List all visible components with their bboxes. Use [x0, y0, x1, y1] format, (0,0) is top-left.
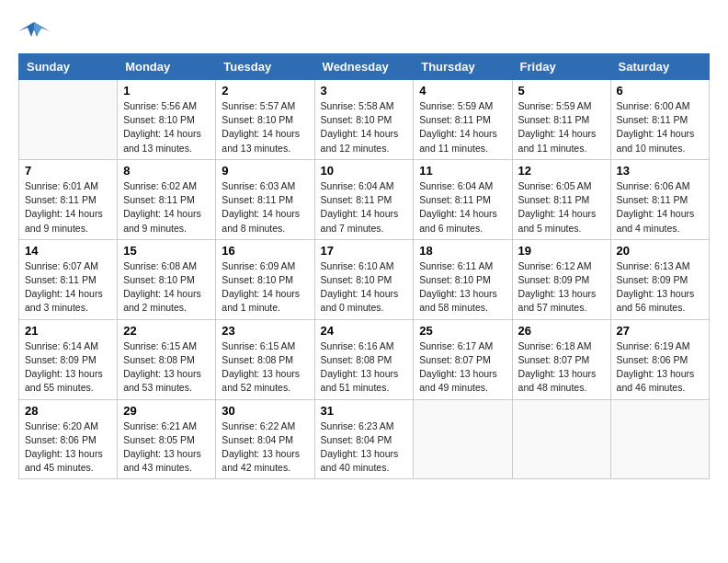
calendar-cell — [610, 399, 709, 479]
day-info: Sunrise: 6:00 AM Sunset: 8:11 PM Dayligh… — [617, 99, 703, 155]
page-header — [18, 18, 710, 44]
calendar-cell: 9Sunrise: 6:03 AM Sunset: 8:11 PM Daylig… — [216, 159, 314, 239]
day-info: Sunrise: 5:59 AM Sunset: 8:11 PM Dayligh… — [518, 99, 605, 155]
calendar-cell: 15Sunrise: 6:08 AM Sunset: 8:10 PM Dayli… — [118, 239, 216, 319]
day-number: 10 — [321, 164, 408, 178]
day-number: 17 — [321, 244, 408, 258]
calendar-cell: 27Sunrise: 6:19 AM Sunset: 8:06 PM Dayli… — [610, 319, 709, 399]
day-info: Sunrise: 5:56 AM Sunset: 8:10 PM Dayligh… — [123, 99, 210, 155]
day-number: 20 — [617, 244, 703, 258]
day-number: 5 — [518, 84, 605, 98]
calendar-cell: 17Sunrise: 6:10 AM Sunset: 8:10 PM Dayli… — [314, 239, 414, 319]
day-info: Sunrise: 6:10 AM Sunset: 8:10 PM Dayligh… — [321, 259, 408, 316]
calendar-cell: 28Sunrise: 6:20 AM Sunset: 8:06 PM Dayli… — [19, 399, 118, 479]
weekday-header-wednesday: Wednesday — [314, 54, 414, 80]
weekday-header-tuesday: Tuesday — [216, 54, 314, 80]
day-number: 8 — [123, 164, 210, 178]
calendar-cell: 21Sunrise: 6:14 AM Sunset: 8:09 PM Dayli… — [19, 319, 118, 399]
day-number: 27 — [617, 324, 703, 338]
calendar-week-2: 7Sunrise: 6:01 AM Sunset: 8:11 PM Daylig… — [19, 159, 710, 239]
day-number: 31 — [321, 404, 408, 418]
calendar-cell: 23Sunrise: 6:15 AM Sunset: 8:08 PM Dayli… — [216, 319, 314, 399]
day-info: Sunrise: 5:59 AM Sunset: 8:11 PM Dayligh… — [419, 99, 506, 155]
day-number: 30 — [222, 404, 308, 418]
day-info: Sunrise: 6:04 AM Sunset: 8:11 PM Dayligh… — [419, 179, 506, 236]
day-number: 22 — [123, 324, 210, 338]
day-info: Sunrise: 6:08 AM Sunset: 8:10 PM Dayligh… — [123, 259, 210, 316]
day-info: Sunrise: 6:20 AM Sunset: 8:06 PM Dayligh… — [25, 419, 111, 476]
day-info: Sunrise: 6:11 AM Sunset: 8:10 PM Dayligh… — [419, 259, 506, 316]
day-info: Sunrise: 6:19 AM Sunset: 8:06 PM Dayligh… — [617, 339, 703, 396]
day-number: 14 — [25, 244, 111, 258]
calendar-cell: 20Sunrise: 6:13 AM Sunset: 8:09 PM Dayli… — [610, 239, 709, 319]
day-info: Sunrise: 6:04 AM Sunset: 8:11 PM Dayligh… — [321, 179, 408, 236]
calendar-cell: 2Sunrise: 5:57 AM Sunset: 8:10 PM Daylig… — [216, 80, 314, 160]
calendar-cell — [512, 399, 610, 479]
day-number: 2 — [222, 84, 308, 98]
weekday-header-thursday: Thursday — [414, 54, 512, 80]
day-info: Sunrise: 6:23 AM Sunset: 8:04 PM Dayligh… — [321, 419, 408, 476]
weekday-header-sunday: Sunday — [19, 54, 118, 80]
day-info: Sunrise: 6:18 AM Sunset: 8:07 PM Dayligh… — [518, 339, 605, 396]
day-number: 21 — [25, 324, 111, 338]
weekday-header-friday: Friday — [512, 54, 610, 80]
calendar-week-4: 21Sunrise: 6:14 AM Sunset: 8:09 PM Dayli… — [19, 319, 710, 399]
calendar-cell: 1Sunrise: 5:56 AM Sunset: 8:10 PM Daylig… — [118, 80, 216, 160]
day-number: 24 — [321, 324, 408, 338]
calendar-cell: 14Sunrise: 6:07 AM Sunset: 8:11 PM Dayli… — [19, 239, 118, 319]
calendar-week-3: 14Sunrise: 6:07 AM Sunset: 8:11 PM Dayli… — [19, 239, 710, 319]
calendar-cell: 19Sunrise: 6:12 AM Sunset: 8:09 PM Dayli… — [512, 239, 610, 319]
day-number: 4 — [419, 84, 506, 98]
day-info: Sunrise: 6:03 AM Sunset: 8:11 PM Dayligh… — [222, 179, 308, 236]
day-info: Sunrise: 6:15 AM Sunset: 8:08 PM Dayligh… — [222, 339, 308, 396]
svg-marker-1 — [34, 22, 42, 35]
calendar-cell: 31Sunrise: 6:23 AM Sunset: 8:04 PM Dayli… — [314, 399, 414, 479]
day-number: 29 — [123, 404, 210, 418]
day-number: 3 — [321, 84, 408, 98]
day-number: 15 — [123, 244, 210, 258]
calendar-cell: 6Sunrise: 6:00 AM Sunset: 8:11 PM Daylig… — [610, 80, 709, 160]
day-number: 23 — [222, 324, 308, 338]
calendar-table: SundayMondayTuesdayWednesdayThursdayFrid… — [18, 53, 710, 479]
day-number: 6 — [617, 84, 703, 98]
weekday-header-saturday: Saturday — [610, 54, 709, 80]
calendar-cell: 16Sunrise: 6:09 AM Sunset: 8:10 PM Dayli… — [216, 239, 314, 319]
day-info: Sunrise: 6:16 AM Sunset: 8:08 PM Dayligh… — [321, 339, 408, 396]
day-info: Sunrise: 6:01 AM Sunset: 8:11 PM Dayligh… — [25, 179, 111, 236]
calendar-cell: 7Sunrise: 6:01 AM Sunset: 8:11 PM Daylig… — [19, 159, 118, 239]
day-number: 12 — [518, 164, 605, 178]
day-number: 28 — [25, 404, 111, 418]
day-info: Sunrise: 6:17 AM Sunset: 8:07 PM Dayligh… — [419, 339, 506, 396]
logo — [18, 18, 53, 44]
day-number: 26 — [518, 324, 605, 338]
calendar-cell: 12Sunrise: 6:05 AM Sunset: 8:11 PM Dayli… — [512, 159, 610, 239]
day-number: 19 — [518, 244, 605, 258]
day-info: Sunrise: 5:57 AM Sunset: 8:10 PM Dayligh… — [222, 99, 308, 155]
day-info: Sunrise: 6:07 AM Sunset: 8:11 PM Dayligh… — [25, 259, 111, 316]
calendar-cell: 26Sunrise: 6:18 AM Sunset: 8:07 PM Dayli… — [512, 319, 610, 399]
day-number: 18 — [419, 244, 506, 258]
day-number: 9 — [222, 164, 308, 178]
day-number: 1 — [123, 84, 210, 98]
calendar-cell: 3Sunrise: 5:58 AM Sunset: 8:10 PM Daylig… — [314, 80, 414, 160]
calendar-cell: 25Sunrise: 6:17 AM Sunset: 8:07 PM Dayli… — [414, 319, 512, 399]
day-info: Sunrise: 6:09 AM Sunset: 8:10 PM Dayligh… — [222, 259, 308, 316]
day-info: Sunrise: 6:21 AM Sunset: 8:05 PM Dayligh… — [123, 419, 210, 476]
day-info: Sunrise: 6:13 AM Sunset: 8:09 PM Dayligh… — [617, 259, 703, 316]
calendar-cell: 11Sunrise: 6:04 AM Sunset: 8:11 PM Dayli… — [414, 159, 512, 239]
calendar-cell: 10Sunrise: 6:04 AM Sunset: 8:11 PM Dayli… — [314, 159, 414, 239]
day-info: Sunrise: 5:58 AM Sunset: 8:10 PM Dayligh… — [321, 99, 408, 155]
day-number: 25 — [419, 324, 506, 338]
day-info: Sunrise: 6:22 AM Sunset: 8:04 PM Dayligh… — [222, 419, 308, 476]
calendar-week-5: 28Sunrise: 6:20 AM Sunset: 8:06 PM Dayli… — [19, 399, 710, 479]
calendar-cell: 29Sunrise: 6:21 AM Sunset: 8:05 PM Dayli… — [118, 399, 216, 479]
day-info: Sunrise: 6:02 AM Sunset: 8:11 PM Dayligh… — [123, 179, 210, 236]
day-number: 13 — [617, 164, 703, 178]
calendar-cell: 4Sunrise: 5:59 AM Sunset: 8:11 PM Daylig… — [414, 80, 512, 160]
day-info: Sunrise: 6:12 AM Sunset: 8:09 PM Dayligh… — [518, 259, 605, 316]
calendar-cell: 30Sunrise: 6:22 AM Sunset: 8:04 PM Dayli… — [216, 399, 314, 479]
day-info: Sunrise: 6:15 AM Sunset: 8:08 PM Dayligh… — [123, 339, 210, 396]
calendar-cell — [19, 80, 118, 160]
logo-bird-icon — [18, 18, 50, 44]
weekday-header-monday: Monday — [118, 54, 216, 80]
